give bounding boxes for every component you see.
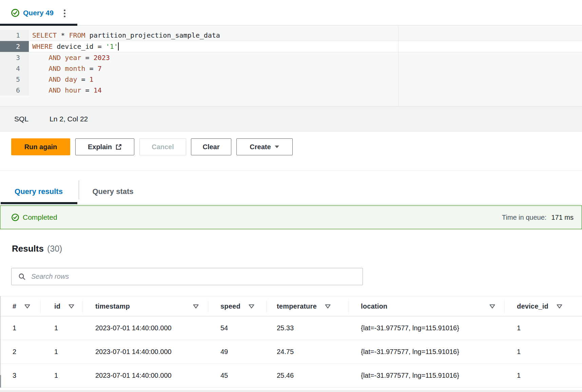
line-number: 3	[0, 52, 29, 63]
table-left-border	[0, 296, 1, 388]
code-line-2[interactable]: 2WHERE device_id = '1'	[0, 41, 582, 52]
cell-device_id: 1	[505, 324, 582, 332]
tab-query-results[interactable]: Query results	[0, 179, 77, 204]
results-count: (30)	[47, 244, 62, 254]
column-label: id	[54, 302, 60, 310]
cell-temperature: 24.75	[267, 348, 349, 356]
column-header-speed[interactable]: speed	[208, 296, 267, 316]
table-row-1: 112023-07-01 14:40:00.0005425.33{lat=-31…	[0, 316, 582, 340]
queue-time-label: Time in queue:	[502, 214, 547, 221]
filter-dropdown-icon[interactable]	[69, 304, 74, 309]
column-label: timestamp	[95, 302, 130, 310]
caret-down-icon	[274, 145, 279, 149]
cell-temperature: 25.33	[267, 324, 349, 332]
query-tab-label: Query 49	[23, 9, 54, 17]
filter-dropdown-icon[interactable]	[249, 304, 254, 309]
create-dropdown-button[interactable]: Create	[236, 138, 293, 155]
column-header-timestamp[interactable]: timestamp	[83, 296, 208, 316]
filter-dropdown-icon[interactable]	[193, 304, 199, 309]
column-header-device_id[interactable]: device_id	[505, 296, 582, 316]
results-table: #idtimestampspeedtemperaturelocationdevi…	[0, 296, 582, 388]
cell-device_id: 1	[505, 372, 582, 379]
explain-button[interactable]: Explain	[75, 138, 134, 155]
cell-id: 1	[41, 324, 83, 332]
filter-dropdown-icon[interactable]	[557, 304, 562, 309]
success-check-circle-icon	[11, 8, 20, 17]
clear-button[interactable]: Clear	[191, 138, 231, 155]
cursor-position: Ln 2, Col 22	[50, 115, 88, 123]
tab-query-stats-label: Query stats	[92, 187, 133, 196]
tab-bar-border	[0, 25, 582, 25]
scrollbar-thumb[interactable]	[0, 375, 1, 388]
code-text: SELECT * FROM partition_projection_sampl…	[29, 30, 582, 41]
run-again-button[interactable]: Run again	[11, 138, 70, 155]
active-results-tab-underline	[1, 202, 77, 204]
action-buttons-row: Run again Explain Cancel Clear Create	[0, 132, 582, 171]
code-lines: 1SELECT * FROM partition_projection_samp…	[0, 30, 582, 96]
language-indicator: SQL	[14, 115, 28, 123]
text-cursor	[118, 42, 119, 51]
cell-num: 3	[0, 372, 41, 379]
cell-temperature: 25.46	[267, 372, 349, 379]
code-text: WHERE device_id = '1'	[29, 41, 582, 52]
cell-location: {lat=-31.977577, lng=115.91016}	[349, 348, 505, 356]
line-number: 5	[0, 74, 29, 85]
column-label: speed	[220, 302, 240, 310]
column-header-temperature[interactable]: temperature	[267, 296, 349, 316]
queue-time-value: 171 ms	[551, 214, 574, 221]
cell-id: 1	[41, 372, 83, 379]
sql-editor[interactable]: 1SELECT * FROM partition_projection_samp…	[0, 26, 582, 106]
banner-status: Completed	[11, 213, 57, 221]
column-label: device_id	[517, 302, 548, 310]
cell-location: {lat=-31.977577, lng=115.91016}	[349, 372, 505, 379]
cell-speed: 54	[208, 324, 267, 332]
kebab-menu-icon[interactable]	[61, 7, 68, 20]
column-header-num[interactable]: #	[0, 296, 41, 316]
line-number: 4	[0, 63, 29, 74]
code-line-3[interactable]: 3 AND year = 2023	[0, 52, 582, 63]
filter-dropdown-icon[interactable]	[325, 304, 331, 309]
table-header-row: #idtimestampspeedtemperaturelocationdevi…	[0, 296, 582, 316]
query-status-banner: Completed Time in queue: 171 ms	[0, 205, 582, 229]
line-number: 2	[0, 41, 29, 52]
cancel-button[interactable]: Cancel	[139, 138, 186, 155]
tab-query-stats[interactable]: Query stats	[79, 179, 147, 204]
cell-speed: 45	[208, 372, 267, 379]
search-rows-input[interactable]	[31, 268, 363, 285]
table-body: 112023-07-01 14:40:00.0005425.33{lat=-31…	[0, 316, 582, 388]
code-line-1[interactable]: 1SELECT * FROM partition_projection_samp…	[0, 30, 582, 41]
cell-timestamp: 2023-07-01 14:40:00.000	[83, 348, 208, 356]
code-text: AND year = 2023	[29, 52, 582, 63]
table-row-2: 212023-07-01 14:40:00.0004924.75{lat=-31…	[0, 340, 582, 364]
search-box	[11, 268, 363, 285]
column-header-id[interactable]: id	[41, 296, 83, 316]
editor-status-bar: SQL Ln 2, Col 22	[0, 106, 582, 132]
search-icon	[18, 273, 26, 280]
cell-num: 1	[0, 324, 41, 332]
line-number: 6	[0, 85, 29, 96]
cell-device_id: 1	[505, 348, 582, 356]
cell-location: {lat=-31.977577, lng=115.91016}	[349, 324, 505, 332]
code-line-4[interactable]: 4 AND month = 7	[0, 63, 582, 74]
filter-dropdown-icon[interactable]	[489, 304, 495, 309]
column-label: temperature	[277, 302, 317, 310]
cell-id: 1	[41, 348, 83, 356]
cell-timestamp: 2023-07-01 14:40:00.000	[83, 372, 208, 379]
filter-dropdown-icon[interactable]	[24, 304, 30, 309]
column-label: #	[13, 302, 16, 310]
scrollbar-track	[0, 390, 582, 392]
external-link-icon	[115, 144, 122, 150]
queue-time: Time in queue: 171 ms	[502, 214, 574, 221]
column-header-location[interactable]: location	[349, 296, 505, 316]
code-text: AND hour = 14	[29, 85, 582, 96]
code-line-5[interactable]: 5 AND day = 1	[0, 74, 582, 85]
column-label: location	[361, 302, 387, 310]
athena-query-editor: Query 49 1SELECT * FROM partition_projec…	[0, 0, 582, 392]
status-text: Completed	[23, 213, 57, 221]
completed-check-circle-icon	[11, 213, 19, 221]
table-row-3: 312023-07-01 14:40:00.0004525.46{lat=-31…	[0, 364, 582, 388]
results-tab-border	[0, 204, 582, 205]
code-text: AND month = 7	[29, 63, 582, 74]
code-line-6[interactable]: 6 AND hour = 14	[0, 85, 582, 96]
query-tab-bar: Query 49	[0, 0, 582, 26]
